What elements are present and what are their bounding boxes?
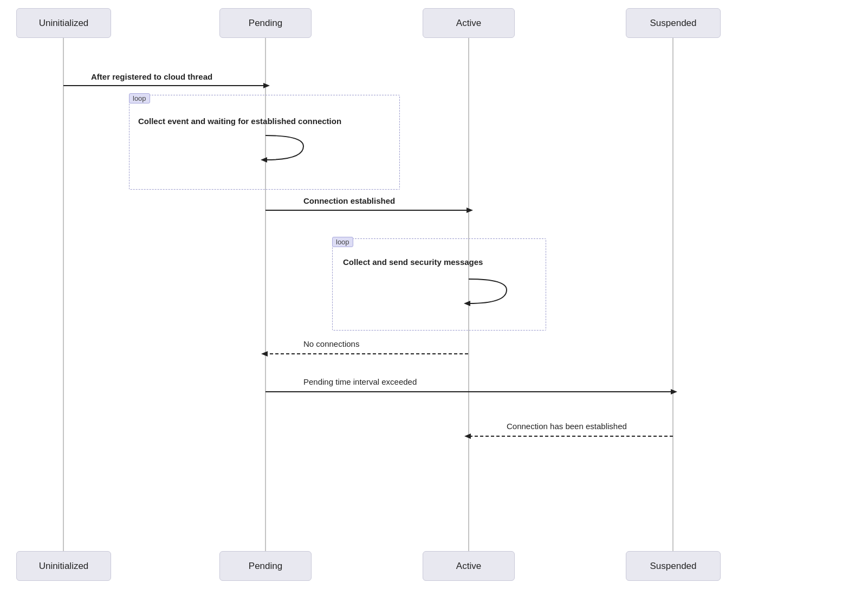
svg-marker-11 xyxy=(261,351,268,357)
lifeline-box-active-top: Active xyxy=(423,8,515,38)
lifeline-box-pending-top: Pending xyxy=(219,8,312,38)
message-label-5: No connections xyxy=(303,339,359,348)
lifeline-box-uninitialized-bot: Uninitialized xyxy=(16,551,111,581)
loop-box-1 xyxy=(129,95,400,190)
message-label-1: After registered to cloud thread xyxy=(91,72,212,81)
loop-box-2 xyxy=(332,238,546,331)
message-label-6: Pending time interval exceeded xyxy=(303,377,417,386)
message-label-4: Collect and send security messages xyxy=(343,257,483,267)
diagram-container: Uninitialized Pending Active Suspended U… xyxy=(0,0,868,589)
svg-marker-8 xyxy=(467,208,473,213)
lifeline-box-suspended-top: Suspended xyxy=(626,8,721,38)
svg-marker-15 xyxy=(464,433,471,439)
lifeline-box-active-bot: Active xyxy=(423,551,515,581)
loop-label-1: loop xyxy=(129,93,150,103)
message-label-3: Connection established xyxy=(303,196,395,205)
svg-marker-5 xyxy=(263,83,270,88)
lifeline-box-pending-bot: Pending xyxy=(219,551,312,581)
lifeline-box-suspended-bot: Suspended xyxy=(626,551,721,581)
svg-marker-13 xyxy=(671,389,677,394)
message-label-7: Connection has been established xyxy=(507,422,627,431)
loop-label-2: loop xyxy=(332,237,353,247)
lifeline-box-uninitialized-top: Uninitialized xyxy=(16,8,111,38)
message-label-2: Collect event and waiting for establishe… xyxy=(138,116,341,126)
